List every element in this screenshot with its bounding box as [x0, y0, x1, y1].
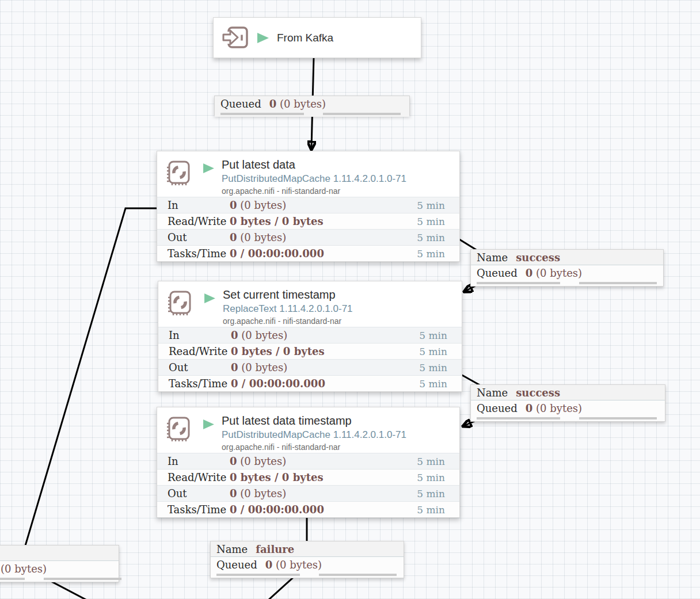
queued-value: 0 (0 bytes) [265, 559, 322, 571]
queued-value: 0 (0 bytes) [269, 98, 326, 110]
processor-put-latest-data-timestamp[interactable]: Put latest data timestamp PutDistributed… [157, 407, 460, 518]
connection-label-partial[interactable]: Name Queued 0 (0 bytes) [0, 545, 119, 582]
queue-count-bar [477, 417, 560, 419]
name-value: failure [256, 543, 294, 555]
processor-type: ReplaceText 1.11.4.2.0.1.0-71 [223, 302, 353, 315]
queued-value: 0 (0 bytes) [526, 267, 582, 279]
processor-bundle: org.apache.nifi - nifi-standard-nar [222, 441, 406, 453]
stat-row-readwrite: Read/Write 0 bytes / 0 bytes 5 min [157, 213, 459, 229]
connection-left-long[interactable] [25, 208, 157, 599]
queue-size-bar [323, 113, 401, 115]
run-status-icon [203, 419, 214, 429]
stat-row-readwrite: Read/Write 0 bytes / 0 bytes 5 min [157, 469, 459, 485]
name-value: success [516, 387, 560, 399]
connection-label-failure[interactable]: Name failure Queued 0 (0 bytes) [210, 541, 404, 578]
input-port-from-kafka[interactable]: From Kafka [213, 17, 421, 58]
run-status-icon [204, 293, 215, 303]
processor-icon [165, 415, 191, 443]
processor-icon [166, 289, 192, 317]
queued-label: Queued [477, 267, 518, 279]
stat-row-tasks: Tasks/Time 0 / 00:00:00.000 5 min [158, 375, 462, 391]
queued-label: Queued [477, 402, 518, 414]
run-status-icon [203, 163, 214, 173]
processor-put-latest-data[interactable]: Put latest data PutDistributedMapCache 1… [157, 151, 460, 262]
queue-count-bar [0, 578, 25, 580]
queue-count-bar [216, 574, 300, 576]
stat-row-in: In 0 (0 bytes) 5 min [158, 327, 462, 343]
queue-size-bar [579, 282, 657, 284]
connection-label-success-2[interactable]: Name success Queued 0 (0 bytes) [470, 384, 665, 422]
connection-label-success-1[interactable]: Name success Queued 0 (0 bytes) [470, 249, 664, 287]
queue-size-bar [319, 574, 397, 576]
processor-type: PutDistributedMapCache 1.11.4.2.0.1.0-71 [222, 428, 406, 441]
stat-row-out: Out 0 (0 bytes) 5 min [158, 359, 462, 375]
queued-label: Queued [220, 98, 261, 110]
processor-icon [165, 159, 191, 187]
processor-bundle: org.apache.nifi - nifi-standard-nar [223, 315, 353, 327]
connection-label-queued[interactable]: Queued 0 (0 bytes) [214, 96, 410, 116]
queued-value: 0 (0 bytes) [526, 402, 582, 414]
queue-size-bar [579, 417, 657, 419]
processor-type: PutDistributedMapCache 1.11.4.2.0.1.0-71 [222, 172, 406, 185]
port-title: From Kafka [277, 32, 333, 44]
queue-count-bar [477, 282, 560, 284]
name-value: success [516, 251, 560, 264]
name-label: Name [477, 251, 508, 264]
name-label: Name [477, 387, 508, 399]
processor-bundle: org.apache.nifi - nifi-standard-nar [222, 185, 406, 197]
queued-label: Queued [216, 559, 257, 571]
stat-row-in: In 0 (0 bytes) 5 min [157, 453, 459, 469]
queued-value: 0 (0 bytes) [0, 563, 47, 575]
processor-title: Set current timestamp [223, 287, 353, 302]
processor-set-current-timestamp[interactable]: Set current timestamp ReplaceText 1.11.4… [158, 281, 462, 392]
input-port-icon [221, 25, 250, 51]
stat-row-readwrite: Read/Write 0 bytes / 0 bytes 5 min [158, 343, 462, 359]
nifi-flow-canvas[interactable]: From Kafka Queued 0 (0 bytes) [0, 0, 700, 599]
stat-row-in: In 0 (0 bytes) 5 min [157, 197, 459, 213]
queue-size-bar [44, 578, 121, 580]
stat-row-out: Out 0 (0 bytes) 5 min [157, 485, 459, 501]
processor-title: Put latest data [222, 157, 406, 172]
stat-row-tasks: Tasks/Time 0 / 00:00:00.000 5 min [157, 245, 459, 261]
queue-count-bar [220, 113, 304, 115]
run-status-icon [257, 33, 269, 43]
processor-title: Put latest data timestamp [222, 413, 406, 428]
name-label: Name [216, 543, 248, 555]
stat-row-out: Out 0 (0 bytes) 5 min [157, 229, 459, 245]
stat-row-tasks: Tasks/Time 0 / 00:00:00.000 5 min [157, 501, 459, 517]
